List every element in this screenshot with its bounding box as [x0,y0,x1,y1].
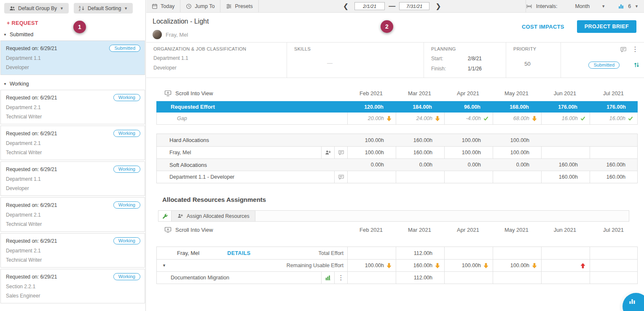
task-name[interactable]: Documentation Migration [171,275,321,281]
project-brief-button[interactable]: PROJECT BRIEF [577,20,636,33]
grid-cell[interactable]: 100.00h [493,147,541,158]
request-card[interactable]: Requested on: 6/29/21WorkingDepartment 1… [0,161,145,196]
chevron-down-icon: ▼ [635,4,639,8]
tools-button[interactable] [158,211,172,221]
scroll-into-view-button[interactable]: Scroll Into View [156,227,213,233]
interval-dropdown[interactable]: Month ▼ [575,3,612,9]
grid-cell[interactable]: 160.00h [396,147,444,158]
comment-icon[interactable] [334,171,347,183]
icon-slot [384,247,394,259]
request-card[interactable]: Requested on: 6/29/21WorkingDepartment 2… [0,90,145,124]
sorting-dropdown[interactable]: AZ Default Sorting ▼ [74,3,133,13]
request-sidebar: Default Group By ▼ AZ Default Sorting ▼ … [0,0,146,311]
grid-cell[interactable]: 112.00h [396,272,444,284]
request-card[interactable]: Requested on: 6/29/21WorkingSection 2.2.… [0,269,145,303]
column-count-dropdown[interactable]: 6 ▼ [612,3,644,9]
date-from-input[interactable] [354,2,385,10]
grid-cell[interactable] [493,272,541,284]
grid-cell[interactable]: 160.00h [590,171,637,183]
assignments-toolbar: Assign Allocated Resources [158,210,629,222]
cell-value: 100.00h [462,150,481,156]
collapse-caret-icon: ▼ [3,33,7,37]
grid-cell[interactable] [444,272,493,284]
grid-cell[interactable]: 184.00h [395,101,444,113]
main-panel: Today Jump To Presets ❮ — [146,0,644,311]
month-header: Mar 2021 [395,222,444,238]
swap-arrows-icon[interactable] [633,62,640,68]
scroll-into-view-button[interactable]: Scroll Into View [156,90,213,97]
grid-cell: -4.00h [444,113,493,124]
grid-cell[interactable] [444,171,493,183]
grid-cell[interactable] [541,272,590,284]
icon-slot [578,247,588,259]
group-icon [9,5,15,11]
month-header: Jul 2021 [589,222,638,238]
kebab-icon[interactable]: ⋮ [632,45,639,53]
green-chart-icon[interactable] [321,272,334,284]
icon-slot [432,272,442,284]
card-role: Technical Writer [6,221,140,227]
grid-cell[interactable]: 176.00h [589,101,638,113]
cell-value: 68.00h [513,115,529,121]
grid-cell[interactable] [590,147,637,158]
icon-slot [529,171,539,183]
expand-caret-icon[interactable]: ▼ [162,263,166,268]
chevron-right-icon[interactable]: ❯ [433,3,443,10]
card-role: Developer [6,64,140,70]
grid-cell[interactable]: 96.00h [444,101,492,113]
cost-impacts-link[interactable]: COST IMPACTS [522,24,564,30]
today-button[interactable]: Today [146,0,180,12]
grid-cell[interactable]: 176.00h [541,101,589,113]
grid-cell[interactable] [541,147,590,158]
details-link[interactable]: DETAILS [227,250,250,256]
grid-cell: 16.00h [590,113,637,124]
comment-icon[interactable] [620,46,627,53]
date-range-controls: ❮ — ❯ [259,0,526,12]
clock-icon [186,3,192,9]
grid-cell[interactable]: 100.00h [347,147,396,158]
total-effort-row: Fray, Mel DETAILS Total Effort 112.00h [157,247,637,259]
request-card[interactable]: Requested on: 6/29/21WorkingDepartment 2… [0,233,145,268]
grid-cell[interactable] [396,171,444,183]
cell-value: 16.00h [562,115,578,121]
icon-slot [578,147,588,158]
icon-slot [625,147,635,158]
person-add-icon[interactable] [321,147,334,158]
request-card[interactable]: Requested on: 6/29/21SubmittedDepartment… [0,40,145,75]
comment-icon[interactable] [334,147,347,158]
grid-cell[interactable]: 160.00h [541,171,590,183]
cell-value: 0.00h [468,162,481,168]
status-badge: Working [113,273,140,280]
wrench-icon [162,213,168,219]
task-assignment-row: Documentation Migration ⋮ 112.00h [157,271,637,284]
grid-cell[interactable] [590,272,637,284]
kebab-icon[interactable]: ⋮ [334,272,347,284]
chevron-left-icon[interactable]: ❮ [341,3,351,10]
sliders-icon [226,3,232,9]
grid-cell[interactable] [347,272,396,284]
grid-cell[interactable] [493,171,541,183]
request-card[interactable]: Requested on: 6/29/21WorkingDepartment 2… [0,126,145,160]
icon-slot [625,260,635,271]
grid-cell [541,260,590,271]
section-header-submitted[interactable]: ▼Submitted [0,27,145,40]
presets-button[interactable]: Presets [220,0,258,12]
grid-cell[interactable]: 168.00h [492,101,541,113]
grid-cell: 16.00h [541,113,590,124]
priority-value: 50 [513,61,542,67]
cell-value: 100.00h [365,137,384,143]
section-header-working[interactable]: ▼Working [0,76,145,90]
cell-value: 100.00h [462,263,481,268]
grid-cell[interactable]: 100.00h [444,147,493,158]
priority-column: PRIORITY 50 [506,43,561,78]
group-by-dropdown[interactable]: Default Group By ▼ [4,3,69,13]
new-request-link[interactable]: + REQUEST [7,20,38,26]
person-add-icon [177,213,183,219]
grid-cell[interactable]: 120.00h [347,101,395,113]
date-to-input[interactable] [399,2,429,10]
jump-to-button[interactable]: Jump To [180,0,220,12]
assign-allocated-resources-button[interactable]: Assign Allocated Resources [172,211,255,221]
interval-value: Month [575,3,590,9]
request-card[interactable]: Requested on: 6/29/21WorkingDepartment 2… [0,197,145,232]
grid-cell[interactable] [347,171,396,183]
